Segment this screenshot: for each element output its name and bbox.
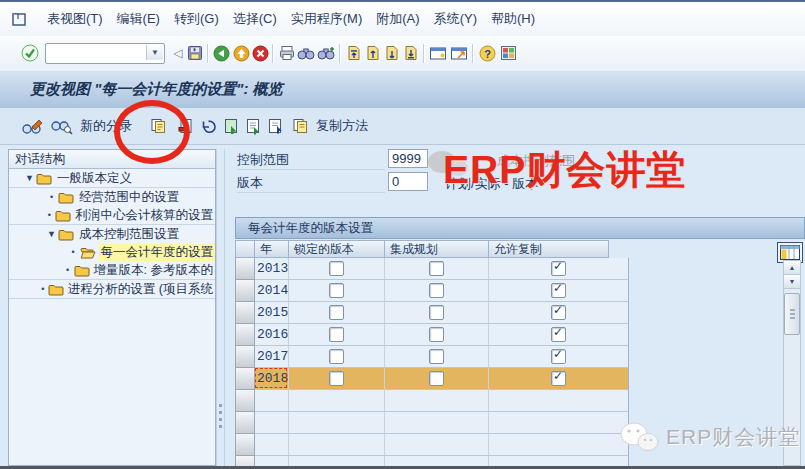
row-selector[interactable] (235, 280, 255, 302)
row-selector[interactable] (235, 368, 255, 390)
copy-all-icon[interactable] (223, 115, 239, 137)
tree-item[interactable]: •进程分析的设置 (项目系统 (9, 280, 215, 299)
locked-version-checkbox[interactable] (329, 283, 344, 298)
enter-check-icon[interactable] (21, 44, 39, 62)
menu-item[interactable]: 系统(Y) (427, 6, 484, 32)
find-icon[interactable] (297, 44, 315, 62)
find-next-icon[interactable] (317, 44, 335, 62)
menu-item[interactable]: 附加(A) (369, 6, 426, 32)
cancel-icon[interactable] (251, 44, 269, 62)
tree-item[interactable]: •经营范围中的设置 (9, 188, 215, 206)
splitter-grip-icon[interactable] (219, 404, 222, 432)
copying-allowed-checkbox[interactable] (551, 283, 566, 298)
copy-page-icon[interactable] (245, 115, 261, 137)
row-selector[interactable] (235, 324, 255, 346)
integrated-planning-checkbox[interactable] (429, 349, 444, 364)
tree-item[interactable]: •增量版本: 参考版本的 (9, 261, 215, 280)
new-entries-button[interactable]: 新的分录 (76, 115, 136, 137)
locked-version-checkbox[interactable] (329, 327, 344, 342)
undo-icon[interactable] (199, 115, 217, 137)
panel-splitter[interactable] (216, 149, 225, 466)
integrated-planning-checkbox[interactable] (429, 283, 444, 298)
column-header-locked[interactable]: 锁定的版本 (289, 240, 385, 258)
bullet-icon: • (67, 247, 80, 257)
menu-item[interactable]: 选择(C) (226, 6, 284, 32)
first-page-icon[interactable] (345, 44, 363, 62)
menu-item[interactable]: 帮助(H) (484, 6, 542, 32)
help-icon[interactable]: ? (478, 44, 496, 62)
copying-allowed-checkbox[interactable] (551, 261, 566, 276)
new-session-icon[interactable] (429, 44, 447, 62)
year-cell[interactable] (255, 434, 289, 456)
last-page-icon[interactable] (402, 44, 420, 62)
column-header-integrated-planning[interactable]: 集成规划 (385, 240, 489, 258)
expander-icon[interactable]: ▼ (23, 173, 36, 183)
copying-allowed-checkbox[interactable] (551, 349, 566, 364)
locked-version-checkbox[interactable] (329, 261, 344, 276)
command-input[interactable] (48, 45, 148, 62)
expander-icon[interactable]: ▼ (45, 229, 58, 239)
copy-selected-icon[interactable] (267, 115, 283, 137)
column-header-year[interactable]: 年 (255, 240, 289, 258)
controlling-area-field[interactable]: 9999 (388, 149, 428, 168)
tree-item[interactable]: ▼成本控制范围设置 (9, 225, 215, 243)
year-cell[interactable]: 2014 (255, 280, 289, 302)
row-selector[interactable] (235, 390, 255, 412)
row-selector[interactable] (235, 412, 255, 434)
integrated-planning-checkbox[interactable] (429, 261, 444, 276)
scroll-down-icon[interactable]: ▼ (784, 275, 800, 289)
row-selector[interactable] (235, 302, 255, 324)
collapse-icon[interactable]: ◁ (169, 44, 187, 62)
command-field[interactable]: ▼ (45, 43, 165, 64)
menu-item[interactable]: 实用程序(M) (284, 6, 370, 32)
copying-allowed-checkbox[interactable] (551, 327, 566, 342)
copy-entry-icon[interactable] (150, 115, 167, 137)
tree-item[interactable]: ▼一般版本定义 (9, 169, 215, 188)
column-header-copying-allowed[interactable]: 允许复制 (489, 240, 609, 258)
command-dropdown-icon[interactable]: ▼ (146, 45, 163, 60)
tree-item[interactable]: •利润中心会计核算的设置 (9, 206, 215, 225)
row-selector[interactable] (235, 258, 255, 280)
locked-version-checkbox[interactable] (329, 371, 344, 386)
copying-allowed-checkbox[interactable] (551, 371, 566, 386)
overview-icon[interactable] (50, 115, 73, 137)
locked-version-checkbox[interactable] (329, 349, 344, 364)
integrated-planning-checkbox[interactable] (429, 371, 444, 386)
menu-item[interactable]: 编辑(E) (110, 6, 167, 32)
select-all-header[interactable] (235, 240, 255, 258)
locked-version-checkbox[interactable] (329, 305, 344, 320)
year-cell[interactable]: 2018 (255, 368, 289, 390)
system-menu-icon[interactable] (10, 10, 28, 28)
bullet-icon: • (38, 284, 48, 294)
copy-method-button[interactable]: 复制方法 (312, 115, 372, 137)
exit-icon[interactable] (232, 44, 250, 62)
year-cell[interactable]: 2015 (255, 302, 289, 324)
year-cell[interactable] (255, 390, 289, 412)
page-up-icon[interactable] (364, 44, 382, 62)
integrated-planning-checkbox[interactable] (429, 305, 444, 320)
year-cell[interactable]: 2013 (255, 258, 289, 280)
copy-method-icon[interactable] (292, 115, 309, 137)
customize-icon[interactable] (499, 44, 517, 62)
scroll-up-icon[interactable]: ▲ (784, 261, 800, 275)
copying-allowed-checkbox[interactable] (551, 305, 566, 320)
integrated-planning-checkbox[interactable] (429, 327, 444, 342)
print-icon[interactable] (278, 44, 296, 62)
delete-entry-icon[interactable] (178, 115, 193, 137)
year-cell[interactable]: 2017 (255, 346, 289, 368)
row-selector[interactable] (235, 434, 255, 456)
menu-item[interactable]: 转到(G) (167, 6, 226, 32)
page-down-icon[interactable] (383, 44, 401, 62)
year-cell[interactable] (255, 412, 289, 434)
menu-item[interactable]: 表视图(T) (40, 6, 110, 32)
shortcut-icon[interactable] (450, 44, 468, 62)
save-icon[interactable] (186, 44, 204, 62)
year-cell[interactable]: 2016 (255, 324, 289, 346)
dialog-structure-panel: 对话结构 ▼一般版本定义•经营范围中的设置•利润中心会计核算的设置▼成本控制范围… (8, 149, 216, 466)
scrollbar-thumb[interactable] (784, 293, 800, 335)
tree-item[interactable]: •每一会计年度的设置 (9, 243, 215, 261)
back-icon[interactable] (212, 44, 230, 62)
toggle-display-change-icon[interactable] (21, 115, 44, 137)
row-selector[interactable] (235, 346, 255, 368)
version-field[interactable]: 0 (388, 172, 428, 191)
